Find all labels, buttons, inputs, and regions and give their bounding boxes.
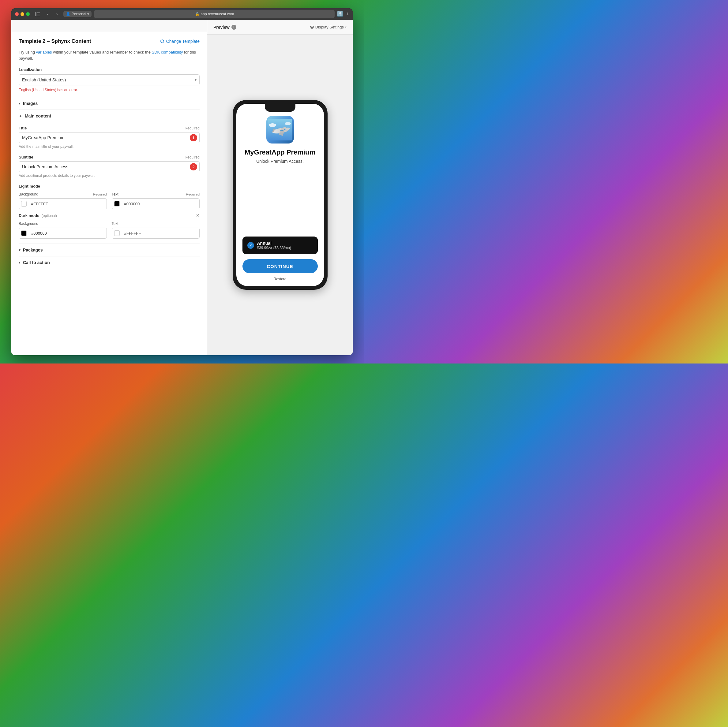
template-title: Template 2 – Sphynx Content [19,38,91,44]
light-bg-input-wrapper[interactable] [19,198,107,209]
light-text-header: Text Required [112,192,200,196]
main-area: Template 2 – Sphynx Content Change Templ… [11,20,353,355]
svg-rect-0 [35,12,37,16]
airplane-illustration [268,119,292,141]
dark-bg-label: Background [19,221,38,226]
url-bar[interactable]: 🔒 app.revenuecat.com [94,10,335,18]
url-text: app.revenuecat.com [201,12,234,16]
main-content-section-header[interactable]: ▲ Main content [19,110,200,122]
subscription-info: Annual $39.99/yr ($3.33/mo) [257,241,291,250]
light-mode-header: Light mode [19,184,200,188]
phone-content: MyGreatApp Premium Unlock Premium Access… [236,104,324,286]
dark-mode-header: Dark mode (optional) ✕ [19,213,200,218]
variables-link[interactable]: variables [36,50,52,55]
account-chevron-icon: ▾ [87,12,89,16]
account-chip[interactable]: 👤 Personal ▾ [63,11,92,17]
title-label: Title [19,126,27,130]
light-bg-required: Required [93,192,107,196]
dark-bg-field: Background [19,221,107,239]
dark-text-swatch [112,228,122,238]
light-mode-title: Light mode [19,184,40,188]
title-badge: 1 [190,134,197,141]
dark-text-field: Text [112,221,200,239]
light-bg-field: Background Required [19,192,107,209]
back-button[interactable]: ‹ [44,10,52,18]
preview-title-wrapper: Preview i [213,25,236,30]
nav-buttons: ‹ › [44,10,61,18]
light-bg-swatch-color [21,201,27,206]
plus-icon[interactable]: + [346,11,349,17]
display-settings-button[interactable]: Display Settings ▾ [310,25,347,29]
title-input-wrapper: 1 [19,132,200,143]
localization-select[interactable]: English (United States) [19,74,200,86]
titlebar-actions: ⬆️ + [337,11,349,17]
subscription-card[interactable]: ✓ Annual $39.99/yr ($3.33/mo) [242,237,318,254]
dark-mode-optional: (optional) [41,214,57,218]
share-icon[interactable]: ⬆️ [337,11,343,17]
svg-point-7 [269,123,276,127]
packages-section-header[interactable]: ▾ Packages [19,244,200,256]
titlebar: ‹ › 👤 Personal ▾ 🔒 app.revenuecat.com ⬆️… [11,8,353,20]
dark-mode-close-icon[interactable]: ✕ [196,213,200,218]
editor-topbar [11,20,207,32]
light-bg-header: Background Required [19,192,107,196]
forward-button[interactable]: › [53,10,61,18]
refresh-icon [160,39,164,43]
svg-rect-3 [37,15,40,16]
svg-point-8 [285,122,291,125]
preview-info-icon: i [231,25,236,30]
close-button[interactable] [15,12,19,16]
localization-section: Localization English (United States) ▾ E… [19,67,200,92]
light-mode-color-row: Background Required [19,192,200,209]
localization-label: Localization [19,67,200,72]
light-text-label: Text [112,192,118,196]
minimize-button[interactable] [20,12,24,16]
lock-icon: 🔒 [195,12,200,16]
maximize-button[interactable] [26,12,30,16]
sdk-link[interactable]: SDK compatibility [152,50,183,55]
cta-chevron-icon: ▾ [19,260,20,265]
light-bg-label: Background [19,192,38,196]
sidebar-toggle-icon[interactable] [34,10,41,18]
dark-bg-input[interactable] [29,231,107,235]
light-text-input-wrapper[interactable] [112,198,200,209]
title-required: Required [185,126,200,130]
subscription-name: Annual [257,241,291,246]
light-text-input[interactable] [122,202,200,206]
editor-content: Template 2 – Sphynx Content Change Templ… [11,32,207,355]
call-to-action-section-header[interactable]: ▾ Call to action [19,256,200,269]
traffic-lights [15,12,30,16]
dark-text-input-wrapper[interactable] [112,228,200,239]
main-content-label: Main content [25,113,51,118]
change-template-button[interactable]: Change Template [160,39,200,44]
light-bg-input[interactable] [29,202,107,206]
svg-point-5 [311,27,313,28]
app-icon [266,116,294,144]
dark-mode-color-row: Background Text [19,221,200,239]
dark-bg-input-wrapper[interactable] [19,228,107,239]
title-hint: Add the main title of your paywall. [19,144,200,149]
dark-text-input[interactable] [122,231,200,235]
subtitle-input[interactable] [19,161,200,172]
title-input[interactable] [19,132,200,143]
display-settings-label: Display Settings [315,25,344,29]
preview-content: MyGreatApp Premium Unlock Premium Access… [207,35,353,355]
display-settings-chevron-icon: ▾ [345,25,347,29]
phone-app-subtitle: Unlock Premium Access. [256,159,304,164]
dark-bg-swatch-color [21,231,27,236]
images-label: Images [23,101,38,106]
svg-rect-2 [37,14,40,14]
title-field-header: Title Required [19,126,200,130]
dark-bg-swatch [19,228,29,238]
subtitle-field-group: Subtitle Required 2 Add additional produ… [19,155,200,178]
dark-mode-title: Dark mode (optional) [19,213,57,218]
phone-screen: MyGreatApp Premium Unlock Premium Access… [236,104,324,286]
preview-header: Preview i Display Settings ▾ [207,20,353,35]
info-text: Try using variables within your template… [19,49,200,61]
cta-label: Call to action [23,260,50,265]
images-section-header[interactable]: ▾ Images [19,97,200,110]
svg-point-4 [310,26,314,29]
subtitle-hint: Add additional products details to your … [19,174,200,178]
continue-button[interactable]: CONTINUE [242,259,318,273]
light-text-required: Required [186,192,200,196]
